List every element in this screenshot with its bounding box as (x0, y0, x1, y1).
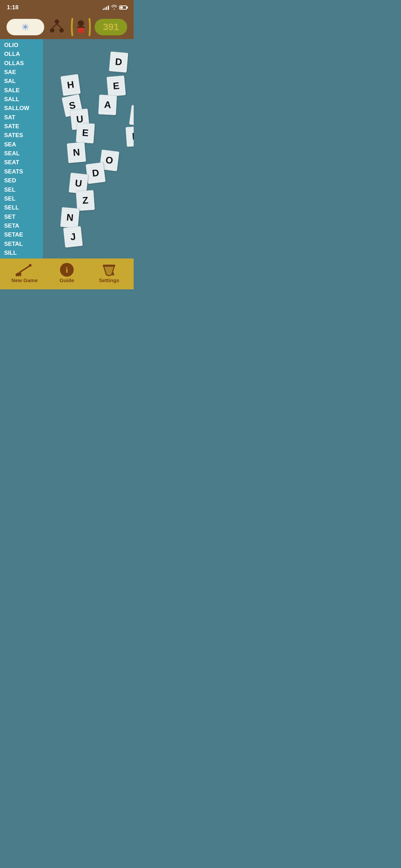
svg-rect-16 (103, 265, 115, 267)
tile-letter: J (70, 232, 76, 242)
tile[interactable]: N (60, 207, 80, 228)
word-item: SATES (4, 131, 43, 140)
guide-nav-item[interactable]: i Guide (50, 263, 84, 283)
new-game-icon (15, 263, 34, 276)
word-item: SAL (4, 77, 43, 86)
svg-point-11 (16, 275, 17, 276)
status-bar: 1:18 (0, 0, 134, 15)
wifi-icon (111, 5, 117, 11)
word-item: SEL (4, 194, 43, 203)
snowflake-icon: ✳ (22, 22, 29, 33)
tile-letter: A (104, 100, 111, 110)
tile-letter: O (105, 155, 113, 166)
tile-letter: U (74, 178, 82, 189)
settings-nav-item[interactable]: Settings (92, 263, 126, 283)
score-value: 391 (103, 22, 119, 33)
avatar-button[interactable] (70, 18, 92, 37)
svg-point-5 (78, 20, 84, 26)
tile-letter: L (132, 131, 134, 141)
word-item: SILO (4, 257, 43, 258)
svg-line-4 (57, 24, 62, 28)
word-item: SATE (4, 122, 43, 131)
tile[interactable]: H (60, 74, 81, 96)
bottom-nav: New Game i Guide Settings (0, 258, 134, 289)
tile[interactable]: L (125, 126, 134, 147)
tile-letter: N (73, 147, 81, 158)
settings-icon (101, 263, 117, 276)
word-item: SELL (4, 203, 43, 212)
time: 1:18 (7, 4, 19, 11)
network-button[interactable] (47, 18, 67, 37)
svg-text:i: i (66, 265, 68, 274)
new-game-nav-item[interactable]: New Game (8, 263, 42, 283)
word-item: SEAT (4, 158, 43, 167)
battery-icon (119, 5, 127, 10)
svg-point-13 (20, 275, 21, 276)
svg-point-1 (50, 28, 54, 33)
svg-line-3 (52, 24, 57, 28)
svg-point-0 (55, 20, 59, 24)
word-list: OLIOOLLAOLLASSAESALSALESALLSALLOWSATSATE… (0, 39, 43, 258)
word-item: SALLOW (4, 104, 43, 113)
settings-label: Settings (99, 277, 119, 283)
network-icon (48, 19, 65, 36)
tile-letter: E (82, 128, 89, 138)
word-item: SILL (4, 249, 43, 257)
tile[interactable]: T (129, 105, 134, 127)
word-item: SEAL (4, 149, 43, 158)
svg-rect-7 (77, 26, 85, 28)
tile-letter: N (66, 213, 74, 223)
toolbar: ✳ 391 (0, 15, 134, 39)
svg-point-2 (60, 28, 64, 33)
svg-point-10 (29, 264, 32, 267)
tile[interactable]: E (76, 122, 95, 143)
word-item: SETAL (4, 240, 43, 249)
word-item: OLIO (4, 41, 43, 50)
avatar-icon (71, 17, 91, 37)
word-item: SEATS (4, 167, 43, 176)
word-item: SALL (4, 95, 43, 104)
score-button[interactable]: 391 (95, 19, 127, 35)
tile-letter: D (92, 168, 99, 178)
status-bar-right (103, 5, 127, 11)
tile-letter: H (66, 80, 75, 91)
word-item: SETA (4, 221, 43, 230)
word-item: SAT (4, 113, 43, 122)
tile[interactable]: D (86, 162, 106, 184)
tile[interactable]: J (63, 226, 83, 248)
word-item: SAE (4, 68, 43, 77)
tile-letter: Z (82, 195, 88, 205)
tile-letter: S (68, 100, 76, 111)
guide-icon: i (59, 263, 74, 276)
word-item: OLLA (4, 50, 43, 59)
tile[interactable]: Z (76, 190, 95, 211)
tile-letter: D (115, 57, 123, 67)
new-game-label: New Game (11, 277, 38, 283)
signal-icon (103, 5, 109, 10)
word-item: SEA (4, 140, 43, 149)
word-item: SETAE (4, 230, 43, 239)
snowflake-button[interactable]: ✳ (7, 19, 44, 35)
tile[interactable]: D (109, 51, 129, 73)
word-item: SED (4, 176, 43, 185)
word-item: SEL (4, 185, 43, 194)
word-item: SALE (4, 86, 43, 95)
main-area: OLIOOLLAOLLASSAESALSALESALLSALLOWSATSATE… (0, 39, 134, 258)
word-item: SET (4, 213, 43, 221)
tile[interactable]: E (107, 75, 126, 97)
guide-label: Guide (60, 277, 74, 283)
game-board[interactable]: HDEAUQSTOLUELASNOTIDUNZNSJ (43, 39, 134, 258)
tile[interactable]: A (98, 95, 117, 116)
tile-letter: E (112, 81, 120, 91)
tile[interactable]: N (67, 142, 86, 163)
word-item: OLLAS (4, 59, 43, 68)
svg-line-9 (20, 265, 31, 272)
